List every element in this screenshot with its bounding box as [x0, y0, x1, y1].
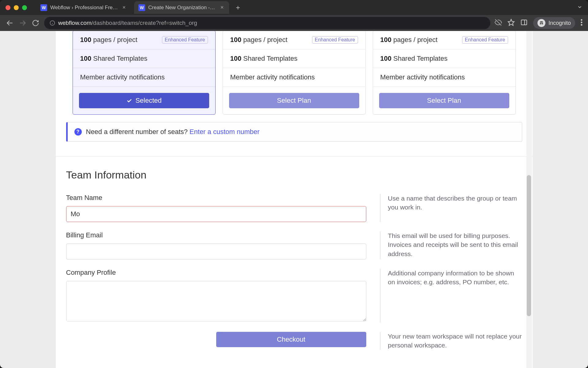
forward-button[interactable]	[18, 19, 27, 27]
browser-chrome: W Webflow › Professional Freelan × W Cre…	[0, 0, 588, 31]
url-host: webflow.com	[58, 20, 92, 26]
company-profile-help: Additional company information to be sho…	[380, 269, 522, 323]
plan-card-1: 100pages / project Enhanced Feature 100S…	[73, 31, 216, 115]
team-name-label: Team Name	[66, 194, 366, 202]
plan-feature-pages: 100pages / project Enhanced Feature	[73, 31, 215, 49]
section-title: Team Information	[66, 169, 522, 181]
close-window-button[interactable]	[6, 5, 10, 10]
tab-title: Create New Organization - We	[148, 5, 216, 11]
address-bar: webflow.com/dashboard/teams/create?ref=s…	[0, 15, 588, 31]
menu-dots-icon[interactable]	[581, 19, 582, 27]
svg-rect-7	[521, 20, 527, 25]
svg-point-9	[540, 23, 541, 25]
browser-tab-2[interactable]: W Create New Organization - We ×	[134, 1, 229, 14]
url-input[interactable]: webflow.com/dashboard/teams/create?ref=s…	[44, 17, 490, 29]
billing-email-input[interactable]	[66, 243, 366, 259]
plan-feature-activity: Member activity notifications	[73, 68, 215, 87]
tab-title: Webflow › Professional Freelan	[50, 5, 118, 11]
back-button[interactable]	[6, 19, 14, 27]
plan-feature-templates: 100Shared Templates	[373, 49, 515, 68]
incognito-label: Incognito	[548, 20, 571, 26]
billing-email-help: This email will be used for billing purp…	[380, 231, 522, 259]
close-tab-icon[interactable]: ×	[219, 4, 225, 11]
incognito-icon	[537, 19, 545, 27]
window-controls	[6, 5, 27, 10]
site-info-icon[interactable]	[50, 20, 55, 26]
minimize-window-button[interactable]	[14, 5, 19, 10]
svg-point-12	[581, 22, 582, 23]
select-plan-button[interactable]: Select Plan	[229, 93, 359, 108]
enhanced-feature-badge: Enhanced Feature	[162, 36, 208, 44]
check-icon	[126, 98, 132, 104]
plan-feature-activity: Member activity notifications	[223, 68, 365, 87]
plan-feature-activity: Member activity notifications	[373, 68, 515, 87]
plan-card-2: 100pages / project Enhanced Feature 100S…	[223, 31, 366, 115]
company-profile-input[interactable]	[66, 281, 366, 321]
eye-off-icon[interactable]	[495, 19, 502, 27]
seats-info-banner: ? Need a different number of seats? Ente…	[66, 122, 522, 142]
reload-button[interactable]	[31, 19, 40, 27]
new-tab-button[interactable]: +	[232, 3, 244, 12]
help-icon: ?	[74, 128, 82, 136]
company-profile-label: Company Profile	[66, 269, 366, 277]
enhanced-feature-badge: Enhanced Feature	[462, 36, 508, 44]
team-name-input[interactable]	[66, 206, 366, 222]
checkout-button[interactable]: Checkout	[216, 332, 366, 347]
close-tab-icon[interactable]: ×	[121, 4, 127, 11]
incognito-badge[interactable]: Incognito	[533, 17, 575, 29]
plan-card-3: 100pages / project Enhanced Feature 100S…	[373, 31, 516, 115]
plan-feature-templates: 100Shared Templates	[73, 49, 215, 68]
seats-banner-text: Need a different number of seats?	[86, 128, 190, 136]
webflow-favicon-icon: W	[138, 4, 145, 11]
bookmark-star-icon[interactable]	[507, 19, 515, 27]
svg-point-13	[581, 24, 582, 26]
plans-row: 100pages / project Enhanced Feature 100S…	[56, 31, 533, 115]
plan-feature-templates: 100Shared Templates	[223, 49, 365, 68]
plan-feature-pages: 100pages / project Enhanced Feature	[373, 31, 515, 49]
page-viewport: 100pages / project Enhanced Feature 100S…	[0, 31, 588, 368]
custom-seats-link[interactable]: Enter a custom number	[190, 128, 260, 136]
tabs-dropdown-icon[interactable]	[577, 4, 582, 11]
url-path: /dashboard/teams/create?ref=switch_org	[92, 20, 197, 26]
checkout-help: Your new team workspace will not replace…	[380, 332, 522, 350]
svg-marker-6	[508, 19, 514, 25]
panel-icon[interactable]	[520, 19, 528, 27]
enhanced-feature-badge: Enhanced Feature	[312, 36, 358, 44]
team-name-help: Use a name that describes the group or t…	[380, 194, 522, 222]
scrollbar-thumb[interactable]	[527, 175, 531, 316]
tab-bar: W Webflow › Professional Freelan × W Cre…	[0, 0, 588, 15]
svg-point-10	[542, 23, 543, 25]
webflow-favicon-icon: W	[40, 4, 47, 11]
billing-email-label: Billing Email	[66, 231, 366, 239]
svg-point-11	[581, 19, 582, 21]
page-content: 100pages / project Enhanced Feature 100S…	[56, 31, 533, 368]
scrollbar-track[interactable]	[526, 31, 532, 368]
selected-plan-button[interactable]: Selected	[79, 93, 209, 108]
select-plan-button[interactable]: Select Plan	[379, 93, 509, 108]
maximize-window-button[interactable]	[22, 5, 27, 10]
team-information-section: Team Information Team Name Use a name th…	[56, 157, 533, 356]
browser-tab-1[interactable]: W Webflow › Professional Freelan ×	[36, 1, 131, 14]
plan-feature-pages: 100pages / project Enhanced Feature	[223, 31, 365, 49]
